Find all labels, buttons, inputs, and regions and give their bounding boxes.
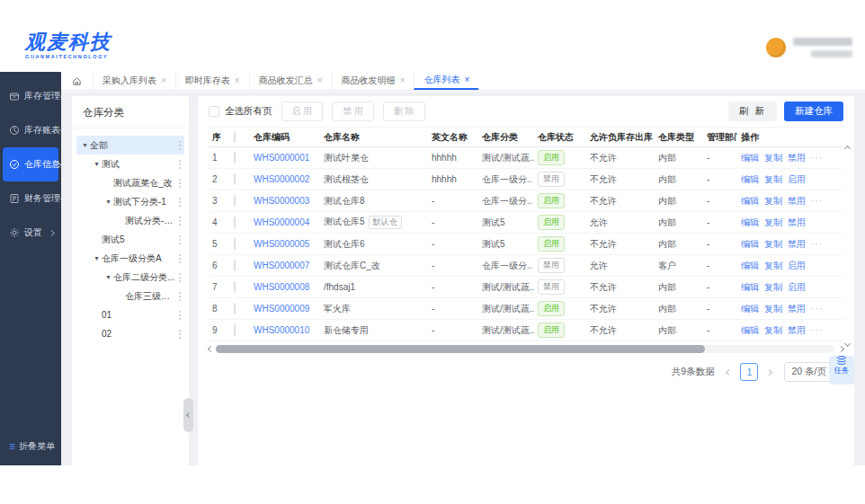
scroll-left-arrow-icon[interactable]	[208, 345, 214, 351]
edit-action-link[interactable]: 编辑	[741, 217, 759, 227]
more-actions-icon[interactable]: ···	[811, 325, 823, 335]
kebab-menu-icon[interactable]	[175, 201, 184, 203]
close-icon[interactable]: ×	[400, 76, 406, 85]
sidebar-item-inventory[interactable]: 库存管理	[3, 79, 58, 113]
tree-item[interactable]: 仓库三级分类...	[76, 287, 184, 305]
avatar[interactable]	[766, 38, 786, 57]
row-checkbox[interactable]	[234, 303, 236, 314]
copy-action-link[interactable]: 复制	[764, 304, 782, 314]
tab-goods-inout-detail[interactable]: 商品收发明细×	[332, 72, 415, 90]
tree-item[interactable]: 测试蔬菜仓_改	[76, 173, 184, 192]
scroll-down-arrow-icon[interactable]	[844, 340, 851, 347]
toggle-status-action-link[interactable]: 启用	[788, 282, 806, 292]
copy-action-link[interactable]: 复制	[764, 282, 782, 292]
edit-action-link[interactable]: 编辑	[741, 153, 759, 163]
row-checkbox[interactable]	[234, 324, 236, 336]
warehouse-code-link[interactable]: WHS0000008	[254, 282, 309, 292]
sidebar-item-ledger[interactable]: 库存账表	[3, 113, 58, 147]
home-tab-button[interactable]	[61, 72, 93, 90]
copy-action-link[interactable]: 复制	[764, 261, 782, 270]
row-checkbox[interactable]	[234, 173, 236, 185]
tree-item[interactable]: 01	[76, 305, 184, 324]
prev-page-icon[interactable]	[726, 368, 732, 375]
toggle-status-action-link[interactable]: 禁用	[788, 304, 806, 314]
tree-item[interactable]: 测试分类-1-1	[76, 211, 184, 230]
tab-goods-inout-summary[interactable]: 商品收发汇总×	[249, 72, 332, 90]
copy-action-link[interactable]: 复制	[764, 217, 782, 227]
warehouse-code-link[interactable]: WHS0000003	[254, 196, 309, 206]
tree-item[interactable]: 测试5	[76, 230, 184, 249]
more-actions-icon[interactable]: ···	[811, 196, 823, 206]
horizontal-scroll-thumb[interactable]	[216, 345, 705, 353]
edit-action-link[interactable]: 编辑	[741, 174, 759, 184]
create-warehouse-button[interactable]: 新建仓库	[784, 102, 843, 121]
caret-down-icon[interactable]: ▾	[92, 255, 102, 262]
sidebar-item-settings[interactable]: 设置	[3, 216, 58, 250]
kebab-menu-icon[interactable]	[175, 258, 184, 260]
next-page-icon[interactable]	[766, 368, 772, 375]
toggle-status-action-link[interactable]: 禁用	[788, 153, 806, 163]
sidebar-item-finance[interactable]: 财务管理	[3, 181, 58, 216]
edit-action-link[interactable]: 编辑	[741, 196, 759, 206]
caret-down-icon[interactable]: ▾	[103, 274, 113, 281]
close-icon[interactable]: ×	[161, 76, 166, 85]
toggle-status-action-link[interactable]: 禁用	[788, 325, 806, 335]
kebab-menu-icon[interactable]	[175, 314, 184, 316]
kebab-menu-icon[interactable]	[175, 239, 184, 241]
kebab-menu-icon[interactable]	[175, 220, 184, 222]
tree-item[interactable]: ▾仓库一级分类A	[76, 249, 184, 268]
more-actions-icon[interactable]: ···	[811, 239, 823, 249]
more-actions-icon[interactable]: ···	[811, 153, 823, 163]
sidebar-item-warehouse-info[interactable]: 仓库信息	[3, 147, 58, 181]
account-area[interactable]	[766, 38, 852, 57]
current-page-button[interactable]: 1	[740, 363, 758, 381]
more-actions-icon[interactable]: ···	[811, 304, 823, 314]
kebab-menu-icon[interactable]	[175, 277, 184, 279]
task-fab-button[interactable]: 任务	[829, 356, 854, 385]
kebab-menu-icon[interactable]	[175, 296, 184, 297]
row-checkbox[interactable]	[234, 195, 236, 207]
edit-action-link[interactable]: 编辑	[741, 282, 759, 292]
header-checkbox[interactable]	[234, 131, 236, 143]
scroll-right-arrow-icon[interactable]	[838, 345, 844, 351]
batch-delete-button[interactable]: 删 除	[383, 102, 425, 121]
kebab-menu-icon[interactable]	[175, 164, 184, 165]
edit-action-link[interactable]: 编辑	[741, 239, 759, 249]
tree-item[interactable]: 02	[76, 324, 184, 343]
close-icon[interactable]: ×	[317, 76, 323, 85]
batch-enable-button[interactable]: 启 用	[281, 102, 324, 121]
select-all-checkbox[interactable]	[209, 106, 219, 117]
scroll-up-arrow-icon[interactable]	[844, 146, 851, 152]
kebab-menu-icon[interactable]	[175, 182, 184, 184]
caret-down-icon[interactable]: ▾	[80, 142, 90, 149]
close-icon[interactable]: ×	[464, 75, 469, 84]
edit-action-link[interactable]: 编辑	[741, 325, 759, 335]
kebab-menu-icon[interactable]	[175, 333, 184, 335]
warehouse-code-link[interactable]: WHS0000009	[254, 304, 309, 314]
toggle-status-action-link[interactable]: 禁用	[788, 239, 806, 249]
row-checkbox[interactable]	[234, 152, 236, 164]
panel-collapse-handle[interactable]	[183, 398, 193, 432]
tree-item[interactable]: ▾全部	[76, 136, 184, 155]
collapse-menu-button[interactable]: ≡ 折叠菜单	[9, 440, 55, 453]
caret-down-icon[interactable]: ▾	[103, 199, 113, 206]
row-checkbox[interactable]	[234, 217, 236, 228]
warehouse-code-link[interactable]: WHS0000010	[254, 325, 309, 335]
warehouse-code-link[interactable]: WHS0000001	[254, 153, 309, 163]
row-checkbox[interactable]	[234, 281, 236, 293]
copy-action-link[interactable]: 复制	[764, 174, 782, 184]
warehouse-code-link[interactable]: WHS0000005	[254, 239, 309, 249]
warehouse-code-link[interactable]: WHS0000004	[254, 217, 309, 227]
refresh-button[interactable]: 刷 新	[728, 102, 777, 121]
tree-item[interactable]: ▾测试下分类-1	[76, 192, 184, 211]
edit-action-link[interactable]: 编辑	[741, 304, 759, 314]
toggle-status-action-link[interactable]: 启用	[788, 261, 806, 270]
copy-action-link[interactable]: 复制	[764, 196, 782, 206]
warehouse-code-link[interactable]: WHS0000002	[254, 174, 309, 184]
close-icon[interactable]: ×	[235, 76, 240, 85]
row-checkbox[interactable]	[234, 238, 236, 250]
row-checkbox[interactable]	[234, 260, 236, 271]
edit-action-link[interactable]: 编辑	[741, 261, 759, 270]
caret-down-icon[interactable]: ▾	[92, 161, 102, 168]
copy-action-link[interactable]: 复制	[764, 325, 782, 335]
